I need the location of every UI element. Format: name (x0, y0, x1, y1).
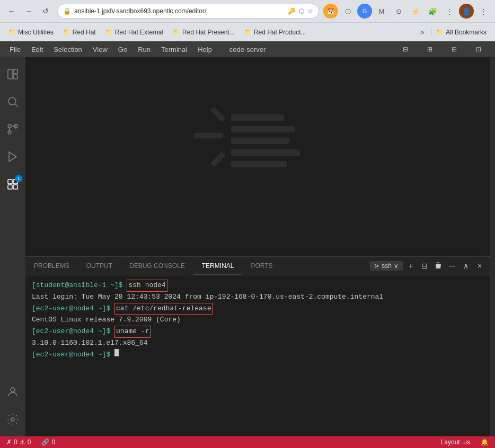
menu-items: File Edit Selection View Go Run Terminal… (4, 43, 217, 56)
terminal-line-5: [ec2-user@node4 ~]$ uname -r (32, 326, 483, 338)
forward-button[interactable]: → (21, 4, 36, 19)
all-bookmarks-label: All Bookmarks (446, 29, 487, 36)
more-extensions-button[interactable]: ⋮ (442, 4, 457, 19)
svg-rect-19 (231, 161, 287, 167)
tab-output[interactable]: OUTPUT (78, 258, 121, 274)
terminal-line-1: [student@ansible-1 ~]$ ssh node4 (32, 280, 483, 292)
right-scrollbar[interactable] (490, 57, 495, 436)
terminal-cursor (114, 349, 119, 356)
reload-button[interactable]: ↺ (38, 4, 53, 19)
bookmark-red-hat-product[interactable]: 📁 Red Hat Product... (240, 27, 311, 38)
bookmark-red-hat[interactable]: 📁 Red Hat (59, 27, 100, 38)
account-icon[interactable] (0, 379, 25, 405)
address-bar-icons: 🔑 ⬡ ☆ (288, 7, 313, 15)
ext-icon-3[interactable]: G (357, 4, 372, 19)
ext-icon-2[interactable]: ⬡ (340, 4, 355, 19)
bell-icon: 🔔 (481, 438, 489, 446)
editor-watermark (183, 104, 332, 210)
ext-icon-4[interactable]: M (374, 4, 389, 19)
more-actions-button[interactable]: ··· (446, 260, 458, 272)
status-right: Layout: us 🔔 (439, 438, 491, 446)
menu-terminal[interactable]: Terminal (156, 43, 192, 56)
layout-split-icon[interactable]: ⊟ (393, 41, 418, 57)
terminal-line-3: [ec2-user@node4 ~]$ cat /etc/redhat-rele… (32, 303, 483, 315)
terminal-prompt: [ec2-user@node4 ~]$ (32, 326, 114, 337)
svg-rect-1 (13, 69, 17, 74)
panel: PROBLEMS OUTPUT DEBUG CONSOLE TERMINAL P… (25, 256, 490, 436)
layout-3-icon[interactable]: ⊡ (466, 41, 491, 57)
editor-content[interactable] (25, 57, 490, 256)
bookmark-star-icon[interactable]: ☆ (307, 7, 313, 15)
profile-picture[interactable]: 👤 (459, 4, 474, 19)
editor-area: PROBLEMS OUTPUT DEBUG CONSOLE TERMINAL P… (25, 57, 490, 436)
terminal-content[interactable]: [student@ansible-1 ~]$ ssh node4 Last lo… (25, 275, 490, 436)
extensions-icon[interactable]: 1 (0, 172, 25, 197)
add-terminal-button[interactable]: + (405, 260, 417, 272)
close-panel-button[interactable]: × (474, 260, 485, 272)
menu-selection[interactable]: Selection (48, 43, 87, 56)
terminal-line-2: Last login: Tue May 28 12:43:53 2024 fro… (32, 292, 483, 303)
panel-tabs: PROBLEMS OUTPUT DEBUG CONSOLE TERMINAL P… (25, 257, 490, 275)
activity-bar: 1 (0, 57, 25, 436)
source-control-icon[interactable] (0, 117, 25, 142)
settings-icon[interactable] (0, 407, 25, 432)
svg-point-14 (11, 418, 14, 421)
ext-icon-7[interactable]: 🧩 (425, 4, 440, 19)
menu-edit[interactable]: Edit (26, 43, 48, 56)
address-bar[interactable]: 🔒 ansible-1.jpxfv.sandbox693.opentlc.com… (57, 4, 319, 19)
menu-help[interactable]: Help (192, 43, 217, 56)
terminal-text: 3.10.0-1160.102.1.el7.x86_64 (32, 338, 147, 349)
bookmark-label: Red Hat Product... (254, 29, 306, 36)
back-button[interactable]: ← (4, 4, 19, 19)
tab-ports[interactable]: PORTS (242, 258, 281, 274)
maximize-panel-button[interactable]: ∧ (460, 260, 472, 272)
svg-rect-9 (8, 180, 12, 184)
status-remote[interactable]: 🔗 0 (39, 438, 57, 446)
terminal-cmd-highlight: cat /etc/redhat-release (114, 303, 213, 315)
menu-file[interactable]: File (4, 43, 26, 56)
all-bookmarks-button[interactable]: 📁 All Bookmarks (431, 27, 491, 38)
tab-problems[interactable]: PROBLEMS (25, 258, 78, 274)
ext-icon-5[interactable]: ⊙ (391, 4, 406, 19)
trash-terminal-button[interactable] (432, 260, 444, 272)
folder-icon: 📁 (105, 29, 113, 35)
bookmark-red-hat-present[interactable]: 📁 Red Hat Present... (169, 27, 239, 38)
run-debug-icon[interactable] (0, 144, 25, 169)
panel-actions: ⊳ ssh ∨ + ⊟ ··· ∧ × (370, 260, 490, 272)
terminal-text: Last login: Tue May 28 12:43:53 2024 fro… (32, 292, 383, 303)
menu-view[interactable]: View (87, 43, 113, 56)
extensions-badge: 1 (15, 175, 22, 182)
menu-go[interactable]: Go (113, 43, 132, 56)
menubar: File Edit Selection View Go Run Terminal… (0, 41, 495, 57)
address-bar-url: ansible-1.jpxfv.sandbox693.opentlc.com/e… (74, 7, 285, 15)
bookmark-label: Red Hat External (115, 29, 163, 36)
extension-icons: 📅 ⬡ G M ⊙ ⚡ 🧩 ⋮ 👤 (323, 4, 491, 19)
ext-icon-1[interactable]: 📅 (323, 4, 338, 19)
secure-icon: 🔒 (63, 7, 71, 15)
terminal-line-7: [ec2-user@node4 ~]$ (32, 349, 483, 361)
bookmark-label: Misc Utilities (18, 29, 54, 36)
window-controls: ⊟ ⊞ ⊟ ⊡ (393, 41, 491, 57)
bookmark-misc-utilities[interactable]: 📁 Misc Utilities (4, 27, 58, 38)
ext-icon-6[interactable]: ⚡ (408, 4, 423, 19)
layout-2-icon[interactable]: ⊟ (442, 41, 466, 57)
browser-toolbar: ← → ↺ 🔒 ansible-1.jpxfv.sandbox693.opent… (0, 0, 495, 22)
chrome-menu-button[interactable]: ⋮ (476, 4, 491, 19)
layout-1-icon[interactable]: ⊞ (418, 41, 442, 57)
bookmark-more-button[interactable]: » (417, 27, 429, 38)
bookmark-label: Red Hat Present... (182, 29, 235, 36)
status-left: ✗ 0 ⚠ 0 🔗 0 (4, 438, 57, 446)
menu-run[interactable]: Run (132, 43, 156, 56)
split-terminal-button[interactable]: ⊟ (419, 260, 430, 272)
remote-count: 0 (51, 438, 55, 446)
svg-rect-0 (8, 69, 12, 79)
terminal-shell-button[interactable]: ⊳ ssh ∨ (370, 261, 403, 271)
status-errors[interactable]: ✗ 0 ⚠ 0 (4, 438, 33, 446)
status-layout[interactable]: Layout: us (439, 438, 472, 446)
search-icon[interactable] (0, 89, 25, 114)
bookmark-red-hat-external[interactable]: 📁 Red Hat External (101, 27, 167, 38)
tab-debug-console[interactable]: DEBUG CONSOLE (121, 258, 193, 274)
explorer-icon[interactable] (0, 61, 25, 87)
tab-terminal[interactable]: TERMINAL (193, 258, 243, 274)
status-notification-icon[interactable]: 🔔 (479, 438, 491, 446)
